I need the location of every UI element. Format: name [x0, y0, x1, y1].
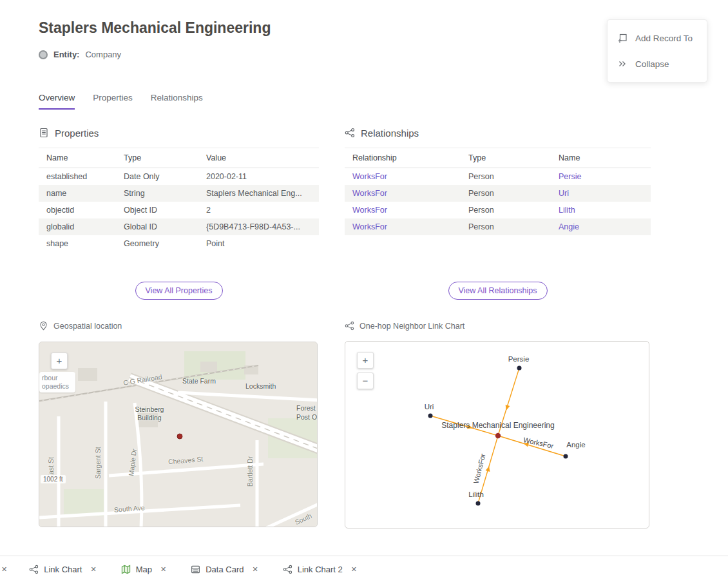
street-label-bartlett-dr: Bartlett Dr: [246, 456, 254, 487]
table-row: established Date Only 2020-02-11: [39, 168, 319, 186]
relationship-link[interactable]: WorksFor: [352, 206, 387, 215]
related-entity-link[interactable]: Uri: [559, 189, 569, 198]
property-name: globalid: [39, 218, 124, 235]
context-menu: Add Record To Collapse: [607, 19, 707, 82]
street-label-sargent-st: Sargent St: [94, 447, 102, 479]
menu-item-add-record-to[interactable]: Add Record To: [608, 25, 707, 51]
chart-zoom-in-button[interactable]: +: [357, 352, 374, 369]
card-tabs: Overview Properties Relationships: [39, 93, 203, 110]
table-row: shape Geometry Point: [39, 235, 319, 252]
property-name: name: [39, 185, 124, 202]
poi-label-steinberg: Steinberg Building: [128, 405, 171, 422]
relationship-type: Person: [468, 218, 559, 235]
property-type: Object ID: [124, 202, 206, 218]
edge-arrow: [486, 465, 492, 472]
node-uri[interactable]: [428, 414, 433, 418]
related-entity-link[interactable]: Persie: [559, 172, 581, 181]
page-title: Staplers Mechanical Engineering: [39, 19, 271, 37]
relationship-link[interactable]: WorksFor: [352, 172, 387, 181]
menu-item-collapse[interactable]: Collapse: [608, 51, 707, 77]
poi-label-forest-park-2: Post Offic: [296, 413, 318, 421]
view-tab-link-chart-2[interactable]: Link Chart 2 ✕: [283, 565, 357, 574]
node-persie[interactable]: [517, 366, 522, 371]
relationship-link[interactable]: WorksFor: [352, 222, 387, 231]
map-canvas[interactable]: + rbour opaedics C G Railroad State Farm…: [39, 342, 318, 527]
property-value: Staplers Mechanical Eng...: [206, 185, 319, 202]
close-icon[interactable]: ✕: [160, 565, 166, 574]
node-center-company[interactable]: [495, 433, 501, 438]
menu-item-label: Collapse: [635, 59, 669, 69]
tab-properties[interactable]: Properties: [93, 93, 133, 110]
edge-arrow: [504, 405, 510, 411]
view-tab-label: Link Chart 2: [298, 565, 343, 574]
view-tab-label: Data Card: [206, 565, 244, 574]
view-tab-map[interactable]: Map ✕: [121, 565, 167, 574]
node-label-uri: Uri: [425, 403, 434, 411]
location-marker: [177, 434, 182, 439]
tab-relationships[interactable]: Relationships: [151, 93, 203, 110]
partial-tab-close-icon[interactable]: ✕: [1, 565, 7, 574]
col-header-name: Name: [559, 148, 651, 168]
property-value: 2020-02-11: [206, 168, 319, 186]
node-angie[interactable]: [564, 454, 568, 459]
geospatial-section-header: Geospatial location: [39, 321, 122, 331]
collapse-icon: [617, 59, 627, 69]
property-type: String: [124, 185, 206, 202]
relationships-table: Relationship Type Name WorksFor Person P…: [345, 148, 651, 235]
properties-icon: [39, 128, 49, 138]
property-type: Date Only: [124, 168, 206, 186]
view-all-relationships-button[interactable]: View All Relationships: [448, 282, 547, 300]
data-card-page: Staplers Mechanical Engineering Entity: …: [0, 0, 728, 582]
close-icon[interactable]: ✕: [90, 565, 96, 574]
add-record-icon: [617, 33, 627, 43]
poi-label-state-farm: State Farm: [182, 377, 216, 385]
map-icon: [121, 565, 131, 574]
property-name: objectid: [39, 202, 124, 218]
relationships-section-title: Relationships: [361, 128, 419, 139]
property-type: Global ID: [124, 218, 206, 235]
table-row: objectid Object ID 2: [39, 202, 319, 218]
tab-overview[interactable]: Overview: [39, 93, 75, 110]
chart-zoom-out-button[interactable]: −: [357, 373, 374, 389]
table-row: name String Staplers Mechanical Eng...: [39, 185, 319, 202]
node-lilith[interactable]: [476, 501, 481, 506]
entity-type-dot-icon: [39, 50, 48, 59]
properties-table-header: Name Type Value: [39, 148, 319, 168]
place-label-line: opaedics: [42, 382, 73, 391]
relationship-type: Person: [468, 168, 559, 186]
view-tab-label: Link Chart: [44, 565, 82, 574]
center-node-label: Staplers Mechanical Engineering: [441, 421, 554, 430]
close-icon[interactable]: ✕: [351, 565, 357, 574]
property-name: established: [39, 168, 124, 186]
view-all-properties-button[interactable]: View All Properties: [135, 282, 223, 300]
link-chart-graph: WorksFor WorksFor Staplers Mechanical En…: [345, 342, 649, 528]
property-value: {5D9B4713-F98D-4A53-...: [206, 218, 319, 235]
col-header-name: Name: [39, 148, 124, 168]
related-entity-link[interactable]: Angie: [559, 222, 579, 231]
link-chart-canvas[interactable]: + − WorksFor WorksFor: [345, 341, 649, 529]
close-icon[interactable]: ✕: [252, 565, 258, 574]
properties-section-title: Properties: [55, 128, 99, 139]
entity-label: Entity:: [53, 50, 79, 59]
col-header-relationship: Relationship: [345, 148, 468, 168]
col-header-type: Type: [468, 148, 559, 168]
relationship-type: Person: [468, 185, 559, 202]
table-row: WorksFor Person Lilith: [345, 202, 651, 218]
map-truncated-place-label: rbour opaedics: [39, 372, 75, 393]
view-tab-data-card[interactable]: Data Card ✕: [191, 565, 258, 574]
view-tab-label: Map: [136, 565, 152, 574]
entity-row: Entity: Company: [39, 50, 121, 59]
node-label-persie: Persie: [508, 355, 530, 363]
relationship-link[interactable]: WorksFor: [352, 189, 387, 198]
link-chart-icon: [345, 321, 354, 331]
view-tab-link-chart[interactable]: Link Chart ✕: [29, 565, 96, 574]
col-header-value: Value: [206, 148, 319, 168]
relationships-column: Relationships Relationship Type Name Wor…: [345, 126, 651, 539]
property-value: Point: [206, 235, 319, 252]
link-chart-section-title: One-hop Neighbor Link Chart: [359, 322, 465, 331]
link-chart-icon: [29, 565, 39, 574]
related-entity-link[interactable]: Lilith: [559, 206, 575, 215]
entity-type-value: Company: [85, 50, 121, 59]
menu-item-label: Add Record To: [635, 34, 693, 43]
map-zoom-in-button[interactable]: +: [51, 353, 68, 369]
